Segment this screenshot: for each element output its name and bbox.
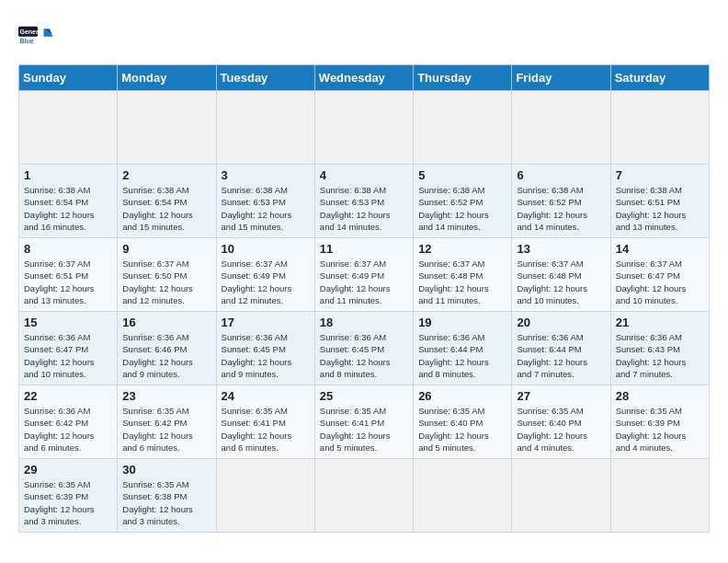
day-number: 19 (418, 316, 506, 329)
day-detail: Sunrise: 6:35 AM Sunset: 6:41 PM Dayligh… (222, 406, 292, 453)
day-number: 29 (24, 463, 112, 477)
svg-text:General: General (20, 29, 44, 35)
day-number: 15 (24, 316, 112, 329)
day-detail: Sunrise: 6:36 AM Sunset: 6:42 PM Dayligh… (24, 406, 95, 453)
day-number: 12 (418, 242, 506, 256)
calendar-cell: 19Sunrise: 6:36 AM Sunset: 6:44 PM Dayli… (414, 312, 512, 385)
col-header-tuesday: Tuesday (216, 65, 314, 91)
day-detail: Sunrise: 6:38 AM Sunset: 6:52 PM Dayligh… (418, 185, 489, 232)
day-detail: Sunrise: 6:36 AM Sunset: 6:46 PM Dayligh… (122, 332, 193, 379)
calendar-cell: 23Sunrise: 6:35 AM Sunset: 6:42 PM Dayli… (118, 385, 216, 459)
calendar-cell (118, 91, 216, 165)
calendar-cell (414, 91, 512, 165)
calendar-week-1 (19, 91, 710, 165)
calendar-cell (610, 459, 709, 533)
calendar-cell: 10Sunrise: 6:37 AM Sunset: 6:49 PM Dayli… (216, 238, 314, 312)
day-number: 7 (616, 168, 704, 182)
calendar-week-3: 8Sunrise: 6:37 AM Sunset: 6:51 PM Daylig… (19, 238, 710, 312)
day-detail: Sunrise: 6:37 AM Sunset: 6:48 PM Dayligh… (517, 259, 587, 305)
calendar-week-5: 22Sunrise: 6:36 AM Sunset: 6:42 PM Dayli… (19, 385, 710, 459)
day-number: 24 (222, 389, 310, 403)
calendar-cell (19, 91, 118, 165)
day-number: 4 (320, 168, 408, 182)
calendar-cell: 26Sunrise: 6:35 AM Sunset: 6:40 PM Dayli… (414, 385, 512, 459)
day-detail: Sunrise: 6:35 AM Sunset: 6:40 PM Dayligh… (517, 406, 587, 453)
day-detail: Sunrise: 6:35 AM Sunset: 6:39 PM Dayligh… (24, 479, 95, 526)
calendar-cell: 6Sunrise: 6:38 AM Sunset: 6:52 PM Daylig… (512, 165, 610, 238)
day-number: 6 (517, 168, 605, 182)
day-number: 1 (24, 168, 112, 182)
day-detail: Sunrise: 6:37 AM Sunset: 6:49 PM Dayligh… (222, 259, 292, 305)
day-detail: Sunrise: 6:37 AM Sunset: 6:50 PM Dayligh… (122, 259, 193, 305)
calendar-cell (512, 91, 610, 165)
day-number: 16 (122, 316, 210, 329)
calendar-cell: 2Sunrise: 6:38 AM Sunset: 6:54 PM Daylig… (118, 165, 216, 238)
day-detail: Sunrise: 6:38 AM Sunset: 6:54 PM Dayligh… (24, 185, 95, 232)
calendar-cell: 11Sunrise: 6:37 AM Sunset: 6:49 PM Dayli… (314, 238, 413, 312)
calendar-cell (610, 91, 709, 165)
calendar-cell: 15Sunrise: 6:36 AM Sunset: 6:47 PM Dayli… (19, 312, 118, 385)
day-number: 22 (24, 389, 112, 403)
calendar-cell (512, 459, 610, 533)
day-number: 3 (222, 168, 310, 182)
day-number: 8 (24, 242, 112, 256)
day-detail: Sunrise: 6:36 AM Sunset: 6:45 PM Dayligh… (222, 332, 292, 379)
page-header: General Blue (18, 18, 710, 55)
calendar-cell: 14Sunrise: 6:37 AM Sunset: 6:47 PM Dayli… (610, 238, 709, 312)
calendar-cell: 25Sunrise: 6:35 AM Sunset: 6:41 PM Dayli… (314, 385, 413, 459)
day-number: 2 (122, 168, 210, 182)
calendar-cell (314, 459, 413, 533)
day-number: 11 (320, 242, 408, 256)
calendar-cell: 27Sunrise: 6:35 AM Sunset: 6:40 PM Dayli… (512, 385, 610, 459)
day-detail: Sunrise: 6:35 AM Sunset: 6:38 PM Dayligh… (122, 479, 193, 526)
calendar-week-4: 15Sunrise: 6:36 AM Sunset: 6:47 PM Dayli… (19, 312, 710, 385)
calendar-cell: 7Sunrise: 6:38 AM Sunset: 6:51 PM Daylig… (610, 165, 709, 238)
day-number: 13 (517, 242, 605, 256)
day-detail: Sunrise: 6:36 AM Sunset: 6:44 PM Dayligh… (418, 332, 489, 379)
calendar-cell: 29Sunrise: 6:35 AM Sunset: 6:39 PM Dayli… (19, 459, 118, 533)
day-detail: Sunrise: 6:36 AM Sunset: 6:43 PM Dayligh… (616, 332, 687, 379)
day-detail: Sunrise: 6:36 AM Sunset: 6:44 PM Dayligh… (517, 332, 587, 379)
calendar-cell: 30Sunrise: 6:35 AM Sunset: 6:38 PM Dayli… (118, 459, 216, 533)
day-number: 9 (122, 242, 210, 256)
calendar-header-row: SundayMondayTuesdayWednesdayThursdayFrid… (19, 65, 710, 91)
day-detail: Sunrise: 6:35 AM Sunset: 6:41 PM Dayligh… (320, 406, 391, 453)
calendar-cell: 17Sunrise: 6:36 AM Sunset: 6:45 PM Dayli… (216, 312, 314, 385)
day-detail: Sunrise: 6:35 AM Sunset: 6:39 PM Dayligh… (616, 406, 687, 453)
day-number: 21 (616, 316, 704, 329)
day-number: 23 (122, 389, 210, 403)
day-number: 14 (616, 242, 704, 256)
calendar-cell (216, 91, 314, 165)
calendar-cell: 21Sunrise: 6:36 AM Sunset: 6:43 PM Dayli… (610, 312, 709, 385)
logo: General Blue (18, 18, 55, 55)
calendar-cell (216, 459, 314, 533)
day-detail: Sunrise: 6:36 AM Sunset: 6:45 PM Dayligh… (320, 332, 391, 379)
day-number: 5 (418, 168, 506, 182)
day-detail: Sunrise: 6:37 AM Sunset: 6:51 PM Dayligh… (24, 259, 95, 305)
day-detail: Sunrise: 6:38 AM Sunset: 6:51 PM Dayligh… (616, 185, 687, 232)
calendar-cell: 1Sunrise: 6:38 AM Sunset: 6:54 PM Daylig… (19, 165, 118, 238)
day-number: 17 (222, 316, 310, 329)
col-header-sunday: Sunday (19, 65, 118, 91)
day-number: 26 (418, 389, 506, 403)
calendar-cell: 8Sunrise: 6:37 AM Sunset: 6:51 PM Daylig… (19, 238, 118, 312)
day-number: 18 (320, 316, 408, 329)
day-detail: Sunrise: 6:38 AM Sunset: 6:53 PM Dayligh… (222, 185, 292, 232)
day-detail: Sunrise: 6:38 AM Sunset: 6:54 PM Dayligh… (122, 185, 193, 232)
col-header-wednesday: Wednesday (314, 65, 413, 91)
day-number: 30 (122, 463, 210, 477)
calendar-cell: 28Sunrise: 6:35 AM Sunset: 6:39 PM Dayli… (610, 385, 709, 459)
day-detail: Sunrise: 6:35 AM Sunset: 6:40 PM Dayligh… (418, 406, 489, 453)
calendar-cell: 22Sunrise: 6:36 AM Sunset: 6:42 PM Dayli… (19, 385, 118, 459)
calendar-cell: 13Sunrise: 6:37 AM Sunset: 6:48 PM Dayli… (512, 238, 610, 312)
calendar-week-6: 29Sunrise: 6:35 AM Sunset: 6:39 PM Dayli… (19, 459, 710, 533)
calendar-table: SundayMondayTuesdayWednesdayThursdayFrid… (18, 64, 710, 533)
calendar-cell: 12Sunrise: 6:37 AM Sunset: 6:48 PM Dayli… (414, 238, 512, 312)
day-detail: Sunrise: 6:37 AM Sunset: 6:49 PM Dayligh… (320, 259, 391, 305)
col-header-friday: Friday (512, 65, 610, 91)
calendar-cell: 18Sunrise: 6:36 AM Sunset: 6:45 PM Dayli… (314, 312, 413, 385)
day-number: 27 (517, 389, 605, 403)
day-detail: Sunrise: 6:37 AM Sunset: 6:48 PM Dayligh… (418, 259, 489, 305)
day-detail: Sunrise: 6:38 AM Sunset: 6:53 PM Dayligh… (320, 185, 391, 232)
calendar-cell (314, 91, 413, 165)
